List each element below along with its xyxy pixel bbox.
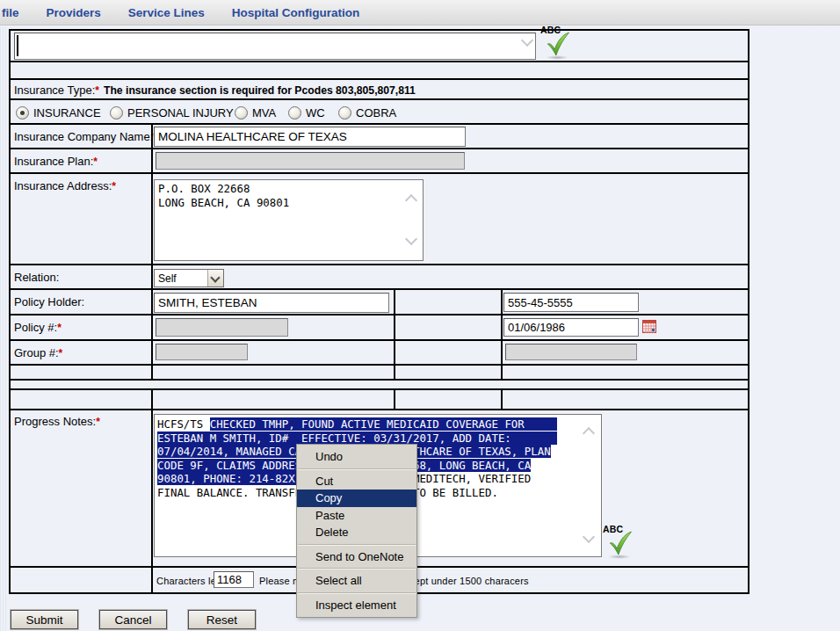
relation-label: Relation: (14, 271, 59, 284)
policy-number-row: Policy #:* DOB:* (11, 316, 748, 341)
insurance-plan-label: Insurance Plan: (14, 155, 93, 168)
select-dropdown-button[interactable] (207, 270, 223, 286)
nav-item-hospital-configuration[interactable]: Hospital Configuration (232, 6, 360, 19)
progress-note-line: HCFS/TS CHECKED TMHP, FOUND ACTIVE MEDIC… (157, 417, 601, 432)
address-line: P.O. BOX 22668 (158, 182, 419, 196)
menu-separator (298, 468, 416, 470)
context-menu: UndoCutCopyPasteDeleteSend to OneNoteSel… (296, 444, 417, 618)
poe-input-disabled (505, 344, 637, 360)
top-text-input[interactable] (14, 33, 536, 60)
empty-row (11, 381, 748, 390)
text-cursor (17, 35, 18, 56)
spellcheck-button[interactable]: ABC (540, 25, 572, 60)
spellcheck-button[interactable]: ABC (603, 524, 634, 559)
empty-row (11, 366, 748, 381)
context-menu-item-undo[interactable]: Undo (297, 448, 416, 466)
radio-option-label: INSURANCE (33, 106, 101, 120)
scroll-down-icon[interactable] (583, 531, 595, 543)
nav-item-service-lines[interactable]: Service Lines (128, 6, 205, 19)
left-gutter (0, 26, 8, 631)
context-menu-item-cut[interactable]: Cut (297, 473, 416, 490)
menu-separator (298, 568, 416, 569)
green-check-icon (546, 32, 569, 56)
context-menu-item-paste[interactable]: Paste (297, 507, 416, 525)
selected-text: ESTEBAN M SMITH, ID# EFFECTIVE: 03/31/20… (157, 432, 557, 445)
radio-icon[interactable] (110, 106, 123, 120)
relation-row: Relation: Self (11, 265, 748, 290)
group-number-input-disabled (156, 344, 248, 360)
insurance-option-row: INSURANCEPERSONAL INJURYMVAWCCOBRA (11, 100, 748, 125)
cancel-button[interactable]: Cancel (99, 610, 167, 629)
scroll-down-icon[interactable] (521, 34, 533, 47)
radio-option-label: WC (306, 106, 325, 120)
insurance-address-textarea[interactable]: P.O. BOX 22668 LONG BEACH, CA 90801 (154, 179, 424, 261)
insurance-option-wc[interactable]: WC (288, 106, 325, 120)
empty-row (11, 390, 748, 410)
context-menu-item-send-to-onenote[interactable]: Send to OneNote (297, 548, 416, 566)
radio-selected-icon[interactable] (16, 106, 29, 120)
address-line: LONG BEACH, CA 90801 (158, 196, 419, 210)
nav-item-providers[interactable]: Providers (47, 6, 101, 19)
radio-icon[interactable] (235, 106, 248, 120)
reset-button[interactable]: Reset (188, 610, 256, 629)
radio-option-label: COBRA (356, 106, 396, 120)
policy-number-input-disabled (156, 318, 288, 337)
scroll-down-icon[interactable] (405, 233, 417, 245)
context-menu-item-select-all[interactable]: Select all (297, 572, 416, 590)
insurance-type-row: Insurance Type:*The insurance section is… (11, 80, 748, 100)
menu-separator (298, 592, 416, 594)
relation-select[interactable]: Self (154, 269, 224, 287)
context-menu-item-delete[interactable]: Delete (297, 524, 416, 541)
ssn-input[interactable] (503, 293, 639, 312)
context-menu-item-inspect-element[interactable]: Inspect element (297, 597, 416, 614)
menu-separator (298, 544, 416, 546)
insurance-option-insurance[interactable]: INSURANCE (16, 106, 101, 120)
radio-icon[interactable] (338, 106, 351, 120)
company-name-label: Insurance Company Name: (14, 130, 153, 143)
relation-selected-value: Self (158, 272, 177, 285)
insurance-plan-row: Insurance Plan:* (11, 149, 748, 174)
top-navigation: file Providers Service Lines Hospital Co… (0, 0, 840, 25)
radio-option-label: PERSONAL INJURY (127, 106, 234, 120)
radio-icon[interactable] (288, 106, 301, 120)
nav-item-file[interactable]: file (2, 6, 19, 19)
empty-row (11, 62, 748, 80)
dob-input[interactable] (503, 318, 639, 337)
insurance-type-note: The insurance section is required for Pc… (99, 84, 416, 97)
policy-holder-row: Policy Holder: SSN:* (11, 290, 748, 316)
insurance-address-label: Insurance Address: (14, 179, 112, 192)
insurance-option-mva[interactable]: MVA (235, 106, 276, 120)
insurance-option-personal-injury[interactable]: PERSONAL INJURY (110, 106, 234, 120)
chevron-down-icon (210, 272, 220, 282)
selected-text: CHECKED TMHP, FOUND ACTIVE MEDICAID COVE… (210, 417, 557, 431)
group-number-row: Group #:* POE:* (11, 341, 748, 366)
company-name-input[interactable] (154, 127, 466, 147)
top-input-row (11, 31, 748, 62)
policy-holder-input[interactable] (154, 293, 389, 313)
policy-number-label: Policy #: (14, 321, 57, 334)
form-action-buttons: SubmitCancelReset (11, 610, 256, 629)
progress-notes-label: Progress Notes: (14, 415, 96, 428)
insurance-plan-input-disabled (156, 152, 465, 170)
company-name-row: Insurance Company Name:* (11, 125, 748, 149)
submit-button[interactable]: Submit (11, 610, 78, 629)
insurance-option-cobra[interactable]: COBRA (338, 106, 396, 120)
group-number-label: Group #: (14, 346, 59, 359)
green-check-icon (608, 531, 632, 555)
progress-note-line: ESTEBAN M SMITH, ID# EFFECTIVE: 03/31/20… (157, 432, 601, 446)
insurance-address-row: Insurance Address:* P.O. BOX 22668 LONG … (11, 174, 748, 265)
policy-holder-label: Policy Holder: (14, 295, 84, 308)
insurance-form-page: { "nav": { "items": [ {"label": "file"},… (0, 0, 840, 631)
characters-left-label: Characters left (156, 576, 222, 586)
insurance-type-label: Insurance Type: (14, 83, 95, 97)
context-menu-item-copy[interactable]: Copy (297, 490, 416, 507)
characters-left-input[interactable] (214, 571, 254, 588)
note-text: HCFS/TS (157, 417, 210, 431)
radio-option-label: MVA (252, 106, 276, 120)
calendar-icon[interactable] (642, 320, 656, 333)
